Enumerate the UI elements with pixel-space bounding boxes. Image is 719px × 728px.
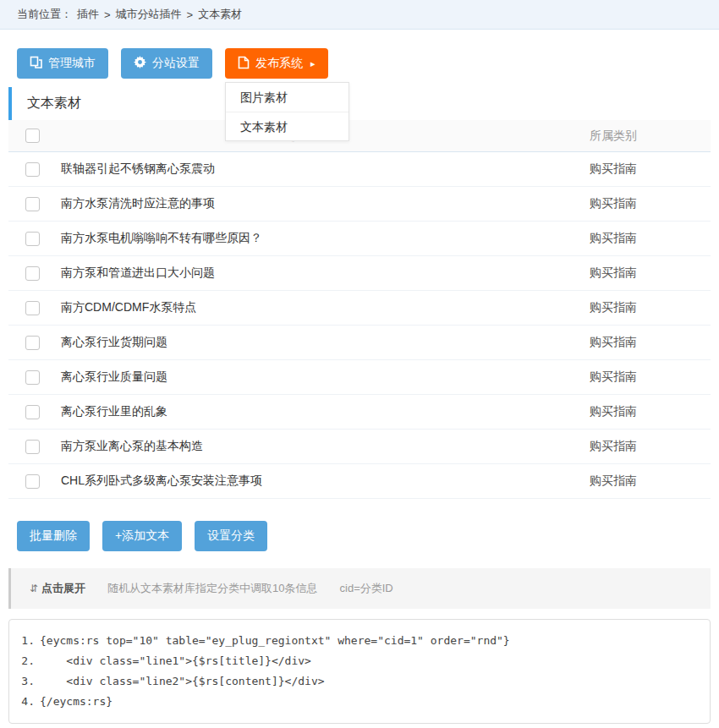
breadcrumb-separator: >: [187, 8, 194, 21]
set-category-button[interactable]: 设置分类: [195, 521, 267, 551]
row-title: 离心泵行业里的乱象: [51, 404, 516, 419]
table-row: 离心泵行业质量问题购买指南: [8, 360, 711, 395]
row-checkbox[interactable]: [25, 197, 40, 211]
code-line: <div class="line2">{$rs[content]}</div>: [9, 671, 710, 692]
site-settings-button[interactable]: 分站设置: [121, 48, 212, 79]
table-row: CHL系列卧式多级离心泵安装注意事项购买指南: [8, 464, 711, 499]
template-code-block: {eycms:rs top="10" table="ey_plug_region…: [8, 619, 711, 724]
dropdown-item-text-material[interactable]: 文本素材: [226, 112, 349, 140]
row-title: CHL系列卧式多级离心泵安装注意事项: [51, 473, 516, 489]
document-icon: [238, 56, 250, 72]
breadcrumb-item-plugins[interactable]: 插件: [77, 7, 99, 22]
panel-hint: cid=分类ID: [340, 581, 393, 596]
code-line: <div class="line1">{$rs[title]}</div>: [9, 651, 710, 671]
row-category: 购买指南: [516, 265, 711, 281]
row-title: 南方水泵清洗时应注意的事项: [51, 196, 516, 211]
page-title: 文本素材: [8, 87, 711, 120]
expand-toggle-label: 点击展开: [41, 582, 85, 594]
row-category: 购买指南: [516, 335, 711, 350]
breadcrumb-label: 当前位置：: [17, 7, 72, 22]
code-line: {eycms:rs top="10" table="ey_plug_region…: [9, 631, 710, 651]
column-header-category: 所属类别: [516, 129, 711, 144]
gear-icon: [134, 56, 146, 71]
table-header: 标题 所属类别: [8, 120, 711, 152]
manage-cities-button[interactable]: 管理城市: [17, 48, 108, 79]
table-row: 南方泵和管道进出口大小问题购买指南: [8, 256, 711, 291]
row-title: 南方泵业离心泵的基本构造: [51, 439, 516, 454]
row-title: 南方泵和管道进出口大小问题: [51, 265, 516, 281]
code-line: {/eycms:rs}: [9, 692, 710, 712]
row-checkbox[interactable]: [25, 440, 40, 454]
manage-cities-label: 管理城市: [48, 56, 96, 71]
table-row: 联轴器引起不锈钢离心泵震动购买指南: [8, 152, 711, 187]
row-checkbox[interactable]: [25, 336, 40, 350]
toolbar: 管理城市 分站设置 发布系统 ▸ 图片素材 文本素材: [17, 48, 711, 79]
publish-system-dropdown: 图片素材 文本素材: [225, 82, 349, 141]
breadcrumb-separator: >: [104, 8, 111, 21]
row-checkbox[interactable]: [25, 266, 40, 281]
batch-delete-button[interactable]: 批量删除: [17, 521, 90, 551]
row-category: 购买指南: [516, 473, 711, 489]
row-title: 离心泵行业货期问题: [51, 335, 516, 350]
row-checkbox[interactable]: [25, 405, 40, 419]
row-title: 离心泵行业质量问题: [51, 369, 516, 385]
row-category: 购买指南: [516, 161, 711, 177]
publish-system-label: 发布系统: [255, 56, 303, 71]
breadcrumb: 当前位置： 插件 > 城市分站插件 > 文本素材: [0, 0, 719, 30]
row-checkbox[interactable]: [25, 232, 40, 246]
row-category: 购买指南: [516, 231, 711, 246]
expand-toggle[interactable]: ⇵点击展开: [30, 581, 85, 596]
breadcrumb-item-text-material[interactable]: 文本素材: [198, 7, 242, 22]
action-bar: 批量删除 +添加文本 设置分类: [17, 521, 711, 551]
submenu-arrow-icon: ▸: [310, 58, 316, 69]
row-title: 南方水泵电机嗡嗡响不转有哪些原因？: [51, 231, 516, 246]
table-row: 离心泵行业货期问题购买指南: [8, 326, 711, 360]
row-title: 联轴器引起不锈钢离心泵震动: [51, 161, 516, 177]
table-row: 离心泵行业里的乱象购买指南: [8, 395, 711, 430]
row-checkbox[interactable]: [25, 370, 40, 385]
publish-system-button[interactable]: 发布系统 ▸: [225, 48, 328, 79]
breadcrumb-item-city-plugin[interactable]: 城市分站插件: [116, 7, 182, 22]
material-table: 标题 所属类别 联轴器引起不锈钢离心泵震动购买指南南方水泵清洗时应注意的事项购买…: [8, 120, 711, 499]
table-row: 南方水泵电机嗡嗡响不转有哪些原因？购买指南: [8, 222, 711, 256]
table-row: 南方泵业离心泵的基本构造购买指南: [8, 430, 711, 464]
row-checkbox[interactable]: [25, 301, 40, 315]
select-all-checkbox[interactable]: [25, 129, 40, 143]
row-title: 南方CDM/CDMF水泵特点: [51, 300, 516, 315]
panel-description: 随机从文本素材库指定分类中调取10条信息: [107, 581, 317, 596]
row-category: 购买指南: [516, 300, 711, 315]
row-category: 购买指南: [516, 439, 711, 454]
add-text-button[interactable]: +添加文本: [102, 521, 182, 551]
table-row: 南方水泵清洗时应注意的事项购买指南: [8, 187, 711, 222]
row-checkbox[interactable]: [25, 474, 40, 489]
row-category: 购买指南: [516, 404, 711, 419]
sort-arrows-icon: ⇵: [30, 583, 38, 594]
pages-icon: [30, 56, 42, 71]
row-category: 购买指南: [516, 196, 711, 211]
table-row: 南方CDM/CDMF水泵特点购买指南: [8, 291, 711, 326]
site-settings-label: 分站设置: [152, 56, 200, 71]
dropdown-item-image-material[interactable]: 图片素材: [226, 83, 349, 112]
collapse-panel: ⇵点击展开 随机从文本素材库指定分类中调取10条信息 cid=分类ID: [8, 568, 711, 609]
table-body: 联轴器引起不锈钢离心泵震动购买指南南方水泵清洗时应注意的事项购买指南南方水泵电机…: [8, 152, 711, 499]
row-checkbox[interactable]: [25, 162, 40, 177]
row-category: 购买指南: [516, 369, 711, 385]
